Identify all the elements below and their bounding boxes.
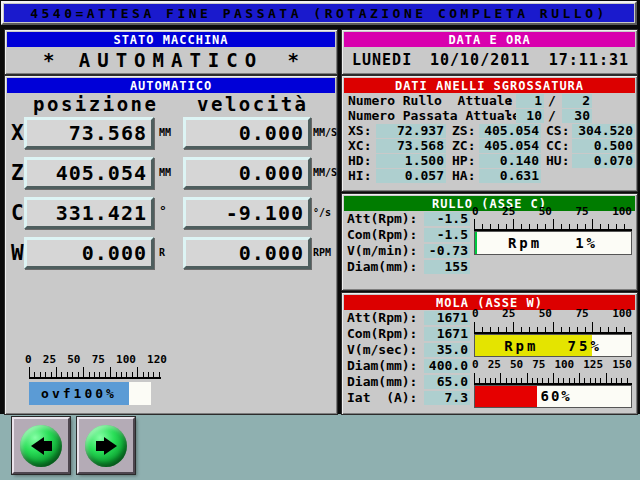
panel-header: DATA E ORA: [344, 32, 635, 47]
rpm-label: Rpm: [504, 338, 538, 354]
axis-velocity-unit: °/s: [313, 207, 331, 218]
gauge-tick-label: 100: [612, 206, 632, 217]
param-value: -1.5: [424, 212, 470, 226]
override-fill: ovf100%: [29, 382, 129, 405]
param-label: Com(Rpm):: [347, 228, 417, 242]
date-time-row: LUNEDI 10/10/2011 17:11:31: [352, 48, 629, 71]
param-value: 155: [424, 260, 470, 274]
panel-header: AUTOMATICO: [7, 78, 335, 93]
axis-name: X: [11, 121, 24, 145]
day-label: LUNEDI: [352, 51, 430, 69]
gauge-tick-label: 120: [147, 354, 167, 365]
current-gauge-ticks: 0 25 50 75 100 125 150: [472, 359, 632, 370]
separator: /: [548, 94, 556, 108]
gauge-tick-label: 75: [92, 354, 105, 365]
data-value: 10: [516, 109, 544, 123]
data-row: HD: 1.500 HP: 0.140 HU: 0.070: [346, 154, 633, 169]
gauge-tick-label: 0: [472, 308, 479, 319]
gauge-tick-label: 75: [532, 359, 545, 370]
data-label: HU:: [546, 154, 569, 168]
asterisk: *: [43, 49, 54, 71]
data-label: Numero Rullo Attuale: [348, 94, 512, 108]
axis-row: X 73.568 MM 0.000 MM/S: [5, 117, 337, 149]
data-value: 405.054: [479, 124, 541, 138]
gauge-tick-label: 50: [510, 359, 523, 370]
panel-header: STATO MACCHINA: [7, 32, 335, 47]
separator: :: [506, 109, 514, 123]
data-label: XS:: [348, 124, 371, 138]
param-value: -0.73: [424, 244, 470, 258]
data-row: Numero Rullo Attuale : 1 / 2: [346, 94, 633, 109]
axis-row: W 0.000 R 0.000 RPM: [5, 237, 337, 269]
data-value: 1.500: [376, 154, 446, 168]
param-label: Iat (A):: [347, 391, 417, 405]
axis-row: Z 405.054 MM 0.000 MM/S: [5, 157, 337, 189]
machine-status-panel: STATO MACCHINA * AUTOMATICO *: [4, 29, 338, 75]
position-column-header: posizione: [33, 93, 158, 115]
gauge-tick-label: 100: [554, 359, 574, 370]
gauge-ruler: [474, 373, 632, 385]
rpm-percent: 1%: [575, 235, 598, 251]
current-fill: [475, 386, 537, 407]
separator: :: [506, 94, 514, 108]
data-row: XS: 72.937 ZS: 405.054 CS: 304.520: [346, 124, 633, 139]
axis-position-unit: MM: [159, 167, 171, 178]
axis-position-display: 73.568: [24, 117, 154, 149]
data-label: XC:: [348, 139, 371, 153]
main-area: 4540=ATTESA FINE PASSATA (ROTAZIONE COMP…: [0, 0, 640, 414]
axis-position-unit: MM: [159, 127, 171, 138]
param-value: 1671: [424, 311, 470, 325]
gauge-tick-label: 25: [502, 206, 515, 217]
data-label: ZS:: [452, 124, 475, 138]
axis-velocity-display: -9.100: [183, 197, 311, 229]
title-bar: 4540=ATTESA FINE PASSATA (ROTAZIONE COMP…: [1, 1, 637, 25]
data-row: Numero Passata Attuale : 10 / 30: [346, 109, 633, 124]
data-value: 0.057: [376, 169, 446, 183]
axis-position-unit: R: [159, 247, 165, 258]
param-label: V(m/min):: [347, 244, 417, 258]
rpm-label: Rpm: [508, 235, 542, 251]
gauge-tick-label: 125: [583, 359, 603, 370]
data-label: HI:: [348, 169, 371, 183]
data-value: 0.500: [572, 139, 635, 153]
param-label: Diam(mm):: [347, 260, 417, 274]
gauge-tick-label: 75: [575, 308, 588, 319]
rpm-bar-labels: Rpm 75%: [475, 335, 631, 356]
page-next-button[interactable]: [77, 417, 135, 474]
gauge-tick-label: 25: [43, 354, 56, 365]
current-bar: 60%: [474, 385, 632, 408]
data-value: 405.054: [479, 139, 541, 153]
axis-name: Z: [11, 161, 24, 185]
data-value: 72.937: [376, 124, 446, 138]
machine-state: AUTOMATICO: [79, 49, 263, 71]
gauge-tick-label: 0: [25, 354, 32, 365]
alarm-message: 4540=ATTESA FINE PASSATA (ROTAZIONE COMP…: [4, 4, 634, 22]
data-label: HD:: [348, 154, 371, 168]
gauge-tick-label: 0: [472, 206, 479, 217]
param-label: Att(Rpm):: [347, 311, 417, 325]
axis-velocity-display: 0.000: [183, 157, 311, 189]
gauge-ruler: [474, 219, 632, 231]
page-prev-button[interactable]: [12, 417, 70, 474]
separator: /: [548, 109, 556, 123]
panel-header: DATI ANELLI SGROSSATURA: [344, 78, 635, 93]
param-value: 35.0: [424, 343, 470, 357]
data-label: CC:: [546, 139, 569, 153]
data-label: HA:: [452, 169, 475, 183]
data-value: 0.631: [479, 169, 541, 183]
gauge-ruler: [29, 367, 161, 379]
rpm-bar: Rpm 75%: [474, 334, 632, 357]
velocity-column-header: velocità: [197, 93, 309, 115]
mola-panel: MOLA (ASSE W) Att(Rpm): 1671 Com(Rpm): 1…: [341, 292, 638, 415]
param-value: 65.0: [424, 375, 470, 389]
gauge-ruler: [474, 322, 632, 334]
data-value: 2: [562, 94, 592, 108]
axis-position-display: 331.421: [24, 197, 154, 229]
axis-name: C: [11, 201, 24, 225]
param-value: -1.5: [424, 228, 470, 242]
gauge-tick-label: 50: [539, 308, 552, 319]
data-value: 0.140: [479, 154, 541, 168]
data-value: 1: [516, 94, 544, 108]
param-label: Diam(mm):: [347, 359, 417, 373]
data-value: 0.070: [572, 154, 635, 168]
